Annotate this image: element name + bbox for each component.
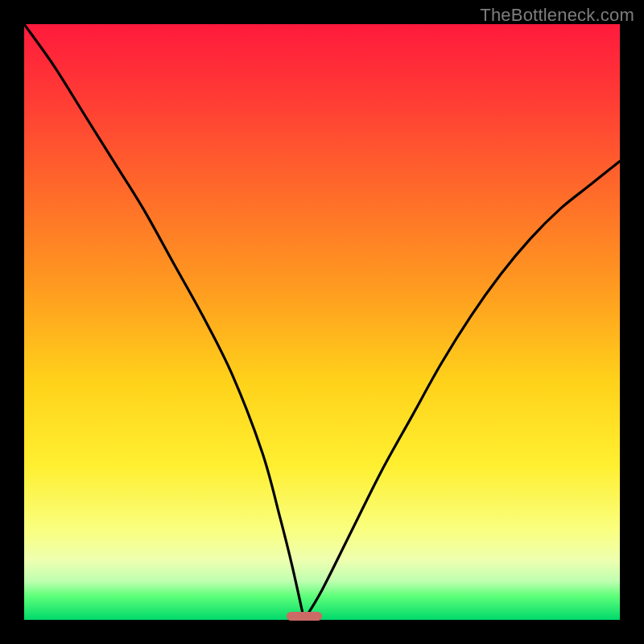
left-branch-curve xyxy=(24,24,304,620)
plot-area xyxy=(24,24,620,620)
curve-layer xyxy=(24,24,620,620)
trough-marker xyxy=(287,612,322,620)
chart-frame: TheBottleneck.com xyxy=(0,0,644,644)
watermark-text: TheBottleneck.com xyxy=(480,5,634,26)
right-branch-curve xyxy=(304,161,620,620)
